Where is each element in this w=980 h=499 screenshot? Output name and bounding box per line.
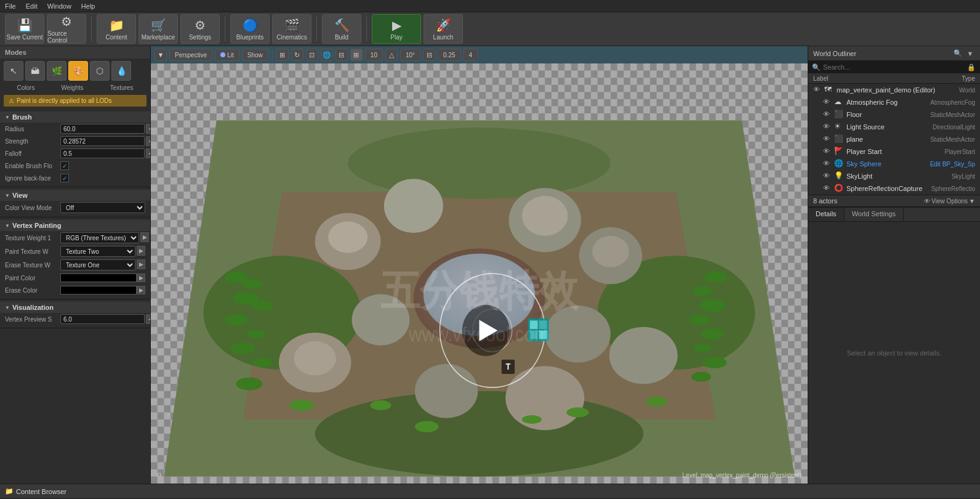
erase-texture-btn[interactable]: ▶ [137,259,145,269]
svg-point-32 [236,378,263,391]
content-button[interactable]: 📁 Content [97,14,136,44]
outliner-item-plane[interactable]: 👁 ⬛ plane StaticMeshActor [808,133,980,145]
source-control-icon: ⚙ [61,14,72,29]
viewport-corner: ⧉ [157,471,161,479]
view-options-btn[interactable]: 👁 View Options ▼ [924,198,975,205]
ignore-back-row: Ignore back-face [0,172,150,184]
tool-foliage[interactable]: 🌿 [47,61,66,81]
tab-world-settings[interactable]: World Settings [845,208,904,221]
texture-weight-btn[interactable]: ▶ [140,232,149,242]
item-label-plane: plane [846,136,928,143]
menu-item-file[interactable]: File [5,2,16,10]
strength-input-group: ◄ ► [60,136,151,146]
enable-brush-checkbox[interactable] [60,161,69,170]
view-header[interactable]: View [0,190,150,201]
tool-weights[interactable]: 🎨 [68,61,88,81]
settings-button[interactable]: ⚙ Settings [180,14,220,44]
marketplace-button[interactable]: 🛒 Marketplace [139,14,178,44]
vertex-preview-btn[interactable]: ◄ [146,314,151,324]
build-button[interactable]: 🔨 Build [322,14,361,44]
warning-text: Paint is directly applied to all LODs [17,97,112,104]
outliner-search-btn[interactable]: 🔍 [953,49,963,59]
color-mode-select[interactable]: Off [60,202,145,213]
vp-world-btn[interactable]: 🌐 [321,49,333,61]
radius-decr-btn[interactable]: ◄ [146,124,151,134]
vp-rotate-btn[interactable]: ↻ [291,49,303,61]
visualization-header[interactable]: Visualization [0,302,150,313]
tool-bsp[interactable]: 💧 [111,61,131,81]
ignore-back-checkbox[interactable] [60,174,69,182]
vp-snap-btn[interactable]: ⊟ [335,49,348,61]
strength-decr-btn[interactable]: ◄ [146,136,151,146]
angle-value-label: 10° [406,52,415,59]
source-control-button[interactable]: ⚙ Source Control [47,14,86,44]
texture-weight-label: Texture Weight 1 [5,235,60,241]
falloff-decr-btn[interactable]: ◄ [146,148,151,158]
vp-translate-btn[interactable]: ⊞ [276,49,289,61]
paint-texture-btn[interactable]: ▶ [137,246,145,256]
outliner-item-fog[interactable]: 👁 ☁ Atmospheric Fog AtmosphericFog [808,96,980,108]
main-toolbar: 💾 Save Current ⚙ Source Control 📁 Conten… [0,12,980,46]
svg-point-44 [566,407,588,417]
paint-color-swatch[interactable] [60,274,137,282]
vis-icon-plane: 👁 [823,135,832,144]
vp-settings-btn[interactable]: ▼ [155,49,167,61]
tool-landscape[interactable]: 🏔 [25,61,45,81]
svg-point-33 [704,272,727,283]
erase-color-arrow[interactable]: ▶ [137,286,145,294]
outliner-lock-btn[interactable]: 🔒 [966,62,976,72]
launch-button[interactable]: 🚀 Launch [424,14,463,44]
texture-weight-select[interactable]: RGB (Three Textures) [60,232,139,243]
viewport[interactable]: ▼ Perspective Lit Show ⊞ ↻ ⊡ 🌐 ⊟ ⊞ 10 △ [151,46,808,484]
erase-texture-select[interactable]: Texture One [60,259,135,270]
menu-item-help[interactable]: Help [81,2,95,10]
erase-color-swatch[interactable] [60,286,137,294]
perspective-btn[interactable]: Perspective [169,49,212,61]
build-label: Build [335,34,348,41]
svg-point-16 [609,327,678,384]
strength-input[interactable] [60,136,145,146]
outliner-options-btn[interactable]: ▼ [965,49,975,59]
tab-details-label: Details [816,210,837,217]
outliner-item-skysphere[interactable]: 👁 🌐 Sky Sphere Edit BP_Sky_Sp [808,158,980,170]
outliner-item-playerstart[interactable]: 👁 🚩 Player Start PlayerStart [808,145,980,158]
menu-item-edit[interactable]: Edit [26,2,38,10]
save-current-button[interactable]: 💾 Save Current [5,14,44,44]
svg-point-37 [701,328,724,339]
lit-btn[interactable]: Lit [215,49,239,61]
paint-texture-select[interactable]: Texture Two [60,246,135,257]
main-layout: Modes ↖ 🏔 🌿 🎨 ⬡ 💧 Colors Weights Texture… [0,46,980,484]
play-button[interactable]: ▶ Play [372,14,421,44]
tool-geometry[interactable]: ⬡ [90,61,110,81]
vp-scale-btn[interactable]: ⊡ [306,49,318,61]
outliner-search-input[interactable] [823,63,964,71]
outliner-item-light[interactable]: 👁 ☀ Light Source DirectionalLight [808,121,980,133]
svg-point-10 [315,391,644,477]
tab-details[interactable]: Details [808,208,845,221]
radius-input[interactable] [60,124,145,134]
svg-point-42 [415,421,438,432]
scale-value-btn[interactable]: 0.25 [438,49,460,61]
outliner-item-skylight[interactable]: 👁 💡 SkyLight SkyLight [808,170,980,182]
camera-speed-btn[interactable]: 4 [464,49,478,61]
tool-select[interactable]: ↖ [4,61,23,81]
svg-point-25 [243,279,262,289]
vertex-painting-header[interactable]: Vertex Painting [0,220,150,231]
paint-color-arrow[interactable]: ▶ [137,274,145,282]
brush-header[interactable]: Brush [0,112,150,123]
show-btn[interactable]: Show [242,49,268,61]
outliner-item-floor[interactable]: 👁 ⬛ Floor StaticMeshActor [808,108,980,121]
marketplace-icon: 🛒 [151,18,166,33]
blueprints-button[interactable]: 🔵 Blueprints [230,14,270,44]
item-label-skysphere: Sky Sphere [846,160,928,168]
menu-item-window[interactable]: Window [47,2,71,10]
cinematics-button[interactable]: 🎬 Cinematics [272,14,311,44]
outliner-item-map[interactable]: 👁 🗺 map_vertex_paint_demo (Editor) World [808,84,980,96]
angle-value-btn[interactable]: 10° [400,49,420,61]
grid-value-btn[interactable]: 10 [365,49,383,61]
svg-point-24 [225,272,248,283]
outliner-item-sphere-reflect[interactable]: 👁 ⭕ SphereReflectionCapture SphereReflec… [808,182,980,195]
vertex-preview-input[interactable] [60,314,145,324]
search-icon: 🔍 [812,63,821,71]
falloff-input[interactable] [60,148,145,158]
